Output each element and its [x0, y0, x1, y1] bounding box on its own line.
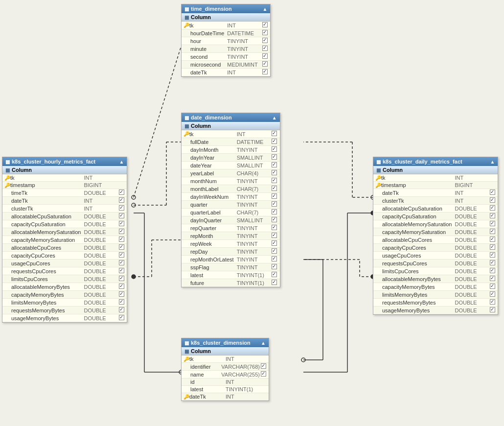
- col-check[interactable]: [260, 363, 267, 370]
- checkbox[interactable]: [119, 213, 124, 218]
- col-check[interactable]: [118, 213, 125, 219]
- checkbox[interactable]: [490, 244, 495, 250]
- col-check[interactable]: [271, 233, 278, 239]
- col-check[interactable]: [261, 46, 268, 52]
- checkbox[interactable]: [490, 268, 495, 273]
- checkbox[interactable]: [262, 61, 268, 67]
- collapse-arrow-k8s_cluster_daily_metrics_fact[interactable]: ▲: [490, 159, 495, 165]
- col-check[interactable]: [489, 213, 496, 219]
- col-check[interactable]: [118, 189, 125, 196]
- checkbox[interactable]: [119, 244, 124, 250]
- checkbox[interactable]: [490, 189, 495, 195]
- col-check[interactable]: [271, 139, 278, 145]
- col-check[interactable]: [489, 205, 496, 212]
- checkbox[interactable]: [272, 186, 277, 191]
- col-check[interactable]: [118, 237, 125, 243]
- checkbox[interactable]: [272, 139, 277, 144]
- col-check[interactable]: [489, 237, 496, 243]
- col-check[interactable]: [271, 256, 278, 262]
- checkbox[interactable]: [272, 146, 277, 152]
- col-check[interactable]: [260, 371, 267, 378]
- col-check[interactable]: [489, 189, 496, 196]
- col-check[interactable]: [271, 131, 278, 137]
- col-check[interactable]: [118, 183, 125, 188]
- checkbox[interactable]: [119, 291, 124, 297]
- col-check[interactable]: [261, 69, 268, 75]
- checkbox[interactable]: [272, 131, 277, 136]
- col-check[interactable]: [271, 264, 278, 270]
- col-check[interactable]: [489, 268, 496, 274]
- checkbox[interactable]: [272, 209, 277, 214]
- col-check[interactable]: [118, 175, 125, 180]
- col-check[interactable]: [489, 276, 496, 282]
- col-check[interactable]: [271, 193, 278, 200]
- col-check[interactable]: [271, 186, 278, 192]
- checkbox[interactable]: [490, 213, 495, 218]
- col-check[interactable]: [271, 280, 278, 286]
- table-header-k8s_cluster_dimension[interactable]: ▦ k8s_cluster_dimension ▲: [182, 338, 269, 347]
- col-check[interactable]: [489, 252, 496, 259]
- col-check[interactable]: [489, 284, 496, 290]
- col-check[interactable]: [118, 291, 125, 298]
- col-check[interactable]: [118, 260, 125, 266]
- col-check[interactable]: [118, 299, 125, 306]
- col-check[interactable]: [271, 248, 278, 255]
- checkbox[interactable]: [272, 225, 277, 230]
- col-check[interactable]: [118, 315, 125, 321]
- col-check[interactable]: [271, 240, 278, 247]
- checkbox[interactable]: [262, 46, 268, 51]
- checkbox[interactable]: [272, 162, 277, 167]
- checkbox[interactable]: [272, 170, 277, 175]
- checkbox[interactable]: [272, 178, 277, 183]
- col-check[interactable]: [118, 276, 125, 282]
- checkbox[interactable]: [272, 201, 277, 207]
- col-check[interactable]: [489, 183, 496, 188]
- col-check[interactable]: [271, 217, 278, 223]
- checkbox[interactable]: [490, 260, 495, 265]
- checkbox[interactable]: [490, 284, 495, 289]
- table-header-time_dimension[interactable]: ▦ time_dimension ▲: [182, 4, 270, 13]
- checkbox[interactable]: [262, 38, 268, 43]
- checkbox[interactable]: [490, 252, 495, 258]
- checkbox[interactable]: [272, 217, 277, 222]
- col-check[interactable]: [271, 146, 278, 153]
- col-check[interactable]: [489, 229, 496, 235]
- col-check[interactable]: [261, 22, 268, 28]
- col-check[interactable]: [271, 209, 278, 215]
- col-check[interactable]: [489, 221, 496, 227]
- checkbox[interactable]: [261, 371, 266, 377]
- checkbox[interactable]: [262, 53, 268, 59]
- collapse-arrow-time_dimension[interactable]: ▲: [262, 6, 267, 12]
- checkbox[interactable]: [119, 189, 124, 195]
- col-check[interactable]: [261, 53, 268, 60]
- checkbox[interactable]: [490, 197, 495, 203]
- col-check[interactable]: [489, 260, 496, 266]
- col-check[interactable]: [271, 154, 278, 161]
- col-check[interactable]: [261, 30, 268, 36]
- checkbox[interactable]: [272, 248, 277, 254]
- col-check[interactable]: [118, 221, 125, 227]
- checkbox[interactable]: [272, 280, 277, 285]
- col-check[interactable]: [271, 162, 278, 168]
- checkbox[interactable]: [119, 268, 124, 273]
- checkbox[interactable]: [490, 221, 495, 226]
- checkbox[interactable]: [490, 237, 495, 242]
- col-check[interactable]: [118, 229, 125, 235]
- col-check[interactable]: [489, 299, 496, 306]
- col-check[interactable]: [271, 201, 278, 208]
- col-check[interactable]: [260, 356, 267, 361]
- collapse-arrow-date_dimension[interactable]: ▲: [272, 115, 277, 120]
- col-check[interactable]: [489, 307, 496, 313]
- checkbox[interactable]: [272, 233, 277, 238]
- col-check[interactable]: [118, 307, 125, 313]
- checkbox[interactable]: [119, 252, 124, 258]
- checkbox[interactable]: [272, 154, 277, 160]
- checkbox[interactable]: [262, 30, 268, 35]
- checkbox[interactable]: [119, 307, 124, 312]
- checkbox[interactable]: [272, 272, 277, 277]
- col-check[interactable]: [271, 272, 278, 278]
- col-check[interactable]: [118, 252, 125, 259]
- checkbox[interactable]: [262, 22, 268, 27]
- checkbox[interactable]: [119, 299, 124, 305]
- col-check[interactable]: [118, 205, 125, 212]
